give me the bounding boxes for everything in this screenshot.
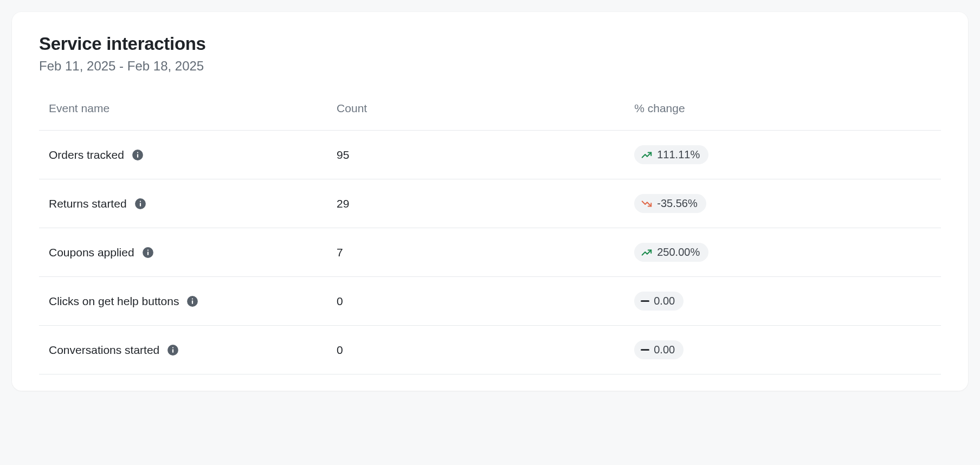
cell-count: 7: [337, 228, 634, 277]
svg-rect-13: [172, 349, 173, 353]
table-row: Returns started29-35.56%: [39, 179, 941, 228]
svg-rect-8: [147, 249, 149, 250]
col-header-count: Count: [337, 102, 634, 131]
svg-rect-2: [137, 152, 138, 153]
info-icon[interactable]: [186, 295, 198, 307]
event-name-label: Conversations started: [49, 344, 159, 357]
change-value: 250.00%: [657, 246, 700, 259]
svg-rect-7: [147, 251, 149, 255]
change-badge: 250.00%: [634, 243, 708, 262]
table-row: Conversations started00.00: [39, 326, 941, 374]
change-value: 0.00: [654, 295, 675, 307]
col-header-change: % change: [634, 102, 941, 131]
cell-event-name: Clicks on get help buttons: [39, 277, 337, 326]
svg-rect-11: [192, 298, 193, 299]
change-badge: 0.00: [634, 340, 684, 359]
event-name-label: Orders tracked: [49, 148, 124, 162]
cell-event-name: Orders tracked: [39, 131, 337, 179]
change-value: -35.56%: [657, 197, 698, 210]
cell-change: 0.00: [634, 277, 941, 326]
info-icon[interactable]: [134, 198, 146, 210]
cell-change: 250.00%: [634, 228, 941, 277]
change-value: 0.00: [654, 344, 675, 356]
table-row: Orders tracked95111.11%: [39, 131, 941, 179]
change-value: 111.11%: [657, 148, 700, 161]
trend-flat-icon: [641, 349, 649, 351]
cell-event-name: Returns started: [39, 179, 337, 228]
service-interactions-card: Service interactions Feb 11, 2025 - Feb …: [12, 12, 968, 391]
info-icon[interactable]: [167, 344, 179, 356]
cell-count: 29: [337, 179, 634, 228]
event-name-label: Clicks on get help buttons: [49, 295, 179, 308]
trend-up-icon: [641, 247, 653, 259]
date-range: Feb 11, 2025 - Feb 18, 2025: [39, 59, 941, 74]
event-name-label: Returns started: [49, 197, 127, 210]
info-icon[interactable]: [132, 149, 144, 161]
change-badge: 0.00: [634, 292, 684, 311]
svg-rect-5: [139, 201, 140, 202]
cell-change: -35.56%: [634, 179, 941, 228]
cell-event-name: Coupons applied: [39, 228, 337, 277]
cell-count: 0: [337, 326, 634, 374]
info-icon[interactable]: [142, 247, 154, 259]
table-row: Coupons applied7250.00%: [39, 228, 941, 277]
svg-rect-4: [139, 203, 140, 206]
svg-rect-14: [172, 347, 173, 348]
col-header-event: Event name: [39, 102, 337, 131]
cell-change: 111.11%: [634, 131, 941, 179]
svg-rect-1: [137, 154, 138, 158]
cell-count: 95: [337, 131, 634, 179]
change-badge: -35.56%: [634, 194, 706, 213]
cell-change: 0.00: [634, 326, 941, 374]
event-name-label: Coupons applied: [49, 246, 134, 259]
trend-flat-icon: [641, 300, 649, 302]
trend-down-icon: [641, 198, 653, 210]
card-title: Service interactions: [39, 34, 941, 54]
table-row: Clicks on get help buttons00.00: [39, 277, 941, 326]
cell-event-name: Conversations started: [39, 326, 337, 374]
cell-count: 0: [337, 277, 634, 326]
events-table: Event name Count % change Orders tracked…: [39, 102, 941, 374]
svg-rect-10: [192, 300, 193, 304]
change-badge: 111.11%: [634, 145, 708, 164]
trend-up-icon: [641, 149, 653, 161]
